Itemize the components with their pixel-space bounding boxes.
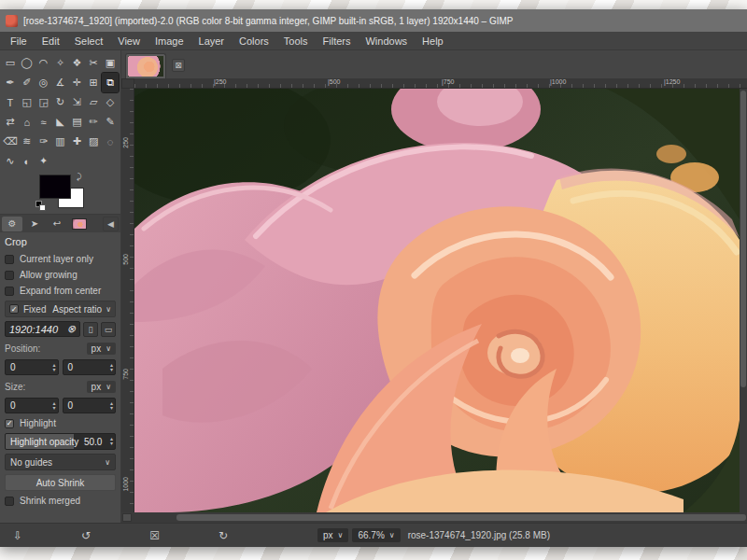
- text-tool-icon[interactable]: T: [2, 92, 19, 112]
- flip-tool-icon[interactable]: ⇄: [2, 112, 19, 132]
- scale-tool-icon[interactable]: ⇲: [68, 92, 85, 112]
- rectangle-select-tool-icon[interactable]: ▭: [2, 53, 19, 73]
- tab-images[interactable]: [69, 217, 90, 231]
- menu-file[interactable]: File: [4, 34, 34, 49]
- fixed-mode-select[interactable]: Aspect ratio ∨: [52, 304, 111, 315]
- select-by-color-tool-icon[interactable]: ❖: [68, 53, 85, 73]
- fixed-checkbox[interactable]: ✓: [9, 304, 19, 314]
- vertical-scrollbar[interactable]: [740, 89, 747, 512]
- statusbar-zoom-select[interactable]: 66.7% ∨: [352, 528, 400, 542]
- menu-select[interactable]: Select: [68, 34, 110, 49]
- cage-transform-tool-icon[interactable]: ⌂: [19, 112, 35, 132]
- swap-colors-icon[interactable]: ⤸: [77, 172, 81, 182]
- menu-help[interactable]: Help: [416, 34, 450, 49]
- foreground-select-tool-icon[interactable]: ▣: [102, 53, 119, 73]
- menu-layer[interactable]: Layer: [192, 34, 232, 49]
- aspect-ratio-input[interactable]: 1920:1440 ⊗: [5, 321, 80, 337]
- menu-image[interactable]: Image: [148, 34, 190, 49]
- dodge-burn-tool-icon[interactable]: ◐: [19, 151, 35, 171]
- allow-growing-checkbox[interactable]: Allow growing: [5, 269, 116, 281]
- title-bar[interactable]: [rose-1374674_1920] (imported)-2.0 (RGB …: [0, 9, 747, 32]
- fuzzy-select-tool-icon[interactable]: ✧: [52, 53, 69, 73]
- tab-device-status[interactable]: ➤: [24, 217, 45, 231]
- guides-select[interactable]: No guides ∨: [5, 454, 116, 470]
- clone-tool-icon[interactable]: ▥: [52, 132, 69, 151]
- ink-tool-icon[interactable]: ✑: [35, 132, 52, 151]
- menu-windows[interactable]: Windows: [359, 34, 414, 49]
- auto-shrink-button[interactable]: Auto Shrink: [5, 474, 116, 491]
- expand-from-center-checkbox[interactable]: Expand from center: [5, 285, 116, 297]
- delete-preset-icon[interactable]: ☒: [149, 529, 160, 542]
- reset-preset-icon[interactable]: ↻: [218, 529, 228, 542]
- move-tool-icon[interactable]: ✛: [68, 73, 85, 92]
- perspective-tool-icon[interactable]: ◇: [102, 92, 119, 112]
- horizontal-ruler[interactable]: |250|500|750|1000|1250: [134, 78, 747, 89]
- highlight-opacity-slider[interactable]: Highlight opacity 50.0 ▴▾: [5, 433, 116, 450]
- paths-tool-icon[interactable]: ✒: [2, 73, 19, 92]
- menu-view[interactable]: View: [111, 34, 147, 49]
- smudge-tool-icon[interactable]: ∿: [2, 151, 19, 171]
- mypaint-brush-tool-icon[interactable]: ✦: [35, 151, 52, 171]
- bucket-fill-tool-icon[interactable]: ◣: [52, 112, 69, 132]
- spinner-arrows-icon[interactable]: ▴▾: [52, 401, 55, 411]
- foreground-color-swatch[interactable]: [39, 175, 71, 199]
- paintbrush-tool-icon[interactable]: ✎: [102, 112, 119, 132]
- horizontal-scrollbar-thumb[interactable]: [176, 514, 746, 521]
- crop-tool-icon[interactable]: ⧉: [102, 73, 119, 92]
- default-colors-icon[interactable]: [35, 201, 47, 212]
- image-tab-rose[interactable]: [125, 53, 166, 78]
- vertical-scrollbar-thumb[interactable]: [740, 91, 746, 387]
- tab-undo-history[interactable]: ↩: [47, 217, 67, 231]
- handle-transform-tool-icon[interactable]: ◲: [35, 92, 52, 112]
- alignment-tool-icon[interactable]: ⊞: [85, 73, 102, 92]
- menu-tools[interactable]: Tools: [277, 34, 315, 49]
- spinner-arrows-icon[interactable]: ▴▾: [52, 363, 55, 372]
- free-select-tool-icon[interactable]: ◠: [35, 53, 52, 73]
- spinner-arrows-icon[interactable]: ▴▾: [110, 437, 115, 446]
- restore-preset-icon[interactable]: ↺: [81, 529, 91, 542]
- position-x-spinbox[interactable]: 0 ▴▾: [5, 359, 59, 375]
- size-unit-select[interactable]: px ∨: [87, 381, 116, 393]
- ellipse-select-tool-icon[interactable]: ◯: [19, 53, 35, 73]
- size-width-spinbox[interactable]: 0 ▴▾: [5, 398, 59, 413]
- statusbar-unit-select[interactable]: px ∨: [317, 528, 348, 542]
- spinner-arrows-icon[interactable]: ▴▾: [110, 363, 113, 372]
- size-height-spinbox[interactable]: 0 ▴▾: [63, 398, 117, 413]
- image-viewport[interactable]: [134, 89, 740, 512]
- menu-colors[interactable]: Colors: [233, 34, 275, 49]
- zoom-tool-icon[interactable]: ◎: [35, 73, 52, 92]
- menu-filters[interactable]: Filters: [317, 34, 358, 49]
- current-layer-only-checkbox[interactable]: Current layer only: [5, 253, 116, 265]
- position-unit-select[interactable]: px ∨: [87, 343, 116, 355]
- rotate-tool-icon[interactable]: ↻: [52, 92, 69, 112]
- color-picker-tool-icon[interactable]: ✐: [19, 73, 35, 92]
- warp-transform-tool-icon[interactable]: ≈: [35, 112, 52, 132]
- shear-tool-icon[interactable]: ▱: [85, 92, 102, 112]
- clear-field-icon[interactable]: ⊗: [67, 323, 76, 335]
- spinner-arrows-icon[interactable]: ▴▾: [110, 401, 113, 411]
- save-preset-icon[interactable]: ⇩: [13, 529, 22, 542]
- highlight-checkbox[interactable]: ✓ Highlight: [5, 417, 116, 429]
- airbrush-tool-icon[interactable]: ≋: [19, 132, 35, 151]
- scissors-select-tool-icon[interactable]: ✂: [85, 53, 102, 73]
- eraser-tool-icon[interactable]: ⌫: [2, 132, 19, 151]
- blur-sharpen-tool-icon[interactable]: ◌: [102, 132, 119, 151]
- portrait-orientation-button[interactable]: ▯: [83, 322, 98, 337]
- landscape-orientation-button[interactable]: ▭: [101, 322, 116, 337]
- menu-edit[interactable]: Edit: [35, 34, 66, 49]
- tab-close-icon[interactable]: ⊠: [172, 59, 185, 72]
- unified-transform-tool-icon[interactable]: ◱: [19, 92, 35, 112]
- position-y-spinbox[interactable]: 0 ▴▾: [63, 359, 117, 375]
- pencil-tool-icon[interactable]: ✏: [85, 112, 102, 132]
- dock-collapse-button[interactable]: ◀: [103, 217, 119, 231]
- measure-tool-icon[interactable]: ∡: [52, 73, 69, 92]
- gradient-tool-icon[interactable]: ▤: [68, 112, 85, 132]
- tab-tool-options[interactable]: ⚙: [2, 217, 22, 231]
- perspective-clone-tool-icon[interactable]: ▨: [85, 132, 102, 151]
- heal-tool-icon[interactable]: ✚: [68, 132, 85, 151]
- horizontal-scrollbar[interactable]: [121, 512, 747, 523]
- shrink-merged-checkbox[interactable]: Shrink merged: [5, 495, 116, 507]
- vertical-ruler[interactable]: 2505007501000: [121, 89, 134, 512]
- quick-mask-toggle[interactable]: [122, 513, 132, 522]
- ruler-corner-button[interactable]: [121, 78, 134, 89]
